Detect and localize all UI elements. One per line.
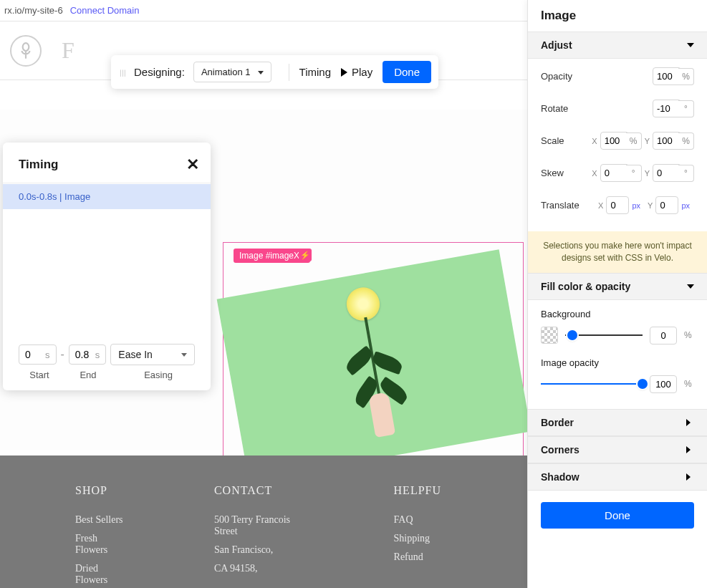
footer-link[interactable]: Best Sellers	[75, 514, 128, 526]
bolt-icon[interactable]: ⚡	[299, 249, 312, 261]
unit-percent: %	[684, 330, 694, 340]
start-time-input[interactable]: s	[19, 344, 57, 365]
close-icon[interactable]: ✕	[186, 155, 199, 174]
image-content	[217, 249, 527, 481]
dash: -	[61, 348, 64, 361]
skew-label: Skew	[541, 168, 589, 178]
play-label: Play	[352, 66, 372, 78]
skew-x-input[interactable]	[600, 164, 629, 182]
footer-heading: HELPFU	[394, 484, 441, 497]
start-value[interactable]	[25, 349, 44, 360]
timing-inputs: s - s Ease In	[19, 344, 195, 365]
connect-domain-link[interactable]: Connect Domain	[70, 5, 140, 16]
unit-px[interactable]: px	[632, 201, 640, 210]
sidebar-done-button[interactable]: Done	[541, 502, 694, 529]
timing-keyframe-item[interactable]: 0.0s-0.8s | Image	[3, 184, 211, 209]
footer-link[interactable]: Fresh Flowers	[75, 533, 128, 556]
section-label: Adjust	[541, 39, 572, 51]
axis-x: X	[592, 169, 597, 178]
unit-percent: %	[626, 132, 642, 150]
opacity-row: Opacity %	[541, 67, 694, 85]
background-slider-row: Background %	[541, 309, 694, 344]
easing-label: Easing	[122, 370, 195, 380]
unit-percent: %	[678, 68, 694, 85]
section-fill[interactable]: Fill color & opacity	[528, 273, 707, 300]
section-label: Shadow	[541, 471, 579, 483]
background-value[interactable]	[650, 327, 677, 344]
section-adjust[interactable]: Adjust	[528, 32, 707, 59]
rotate-input[interactable]	[653, 100, 681, 117]
footer-heading: SHOP	[75, 484, 128, 497]
grip-icon[interactable]: ⫼	[118, 67, 128, 78]
checker-swatch[interactable]	[541, 327, 558, 344]
site-footer: SHOP Best Sellers Fresh Flowers Dried Fl…	[0, 456, 527, 588]
background-slider[interactable]	[565, 334, 643, 336]
easing-select[interactable]: Ease In	[110, 344, 195, 365]
section-border[interactable]: Border	[528, 409, 707, 436]
scale-x-input[interactable]	[600, 132, 629, 150]
scale-row: Scale X % Y %	[541, 132, 694, 150]
timing-panel: Timing ✕ 0.0s-0.8s | Image s - s Ease In…	[3, 143, 211, 390]
end-value[interactable]	[75, 349, 94, 360]
timing-panel-title: Timing	[19, 158, 58, 172]
footer-heading: CONTACT	[214, 484, 308, 497]
site-logo[interactable]	[10, 35, 42, 67]
skew-y-input[interactable]	[653, 164, 681, 182]
rotate-row: Rotate °	[541, 100, 694, 117]
unit-percent: %	[678, 132, 694, 150]
image-element[interactable]: Image #imageX1 ⚡	[223, 242, 524, 470]
site-url: rx.io/my-site-6	[4, 5, 63, 16]
translate-row: Translate X px Y px	[541, 196, 694, 214]
logo-letter: F	[62, 37, 74, 64]
start-label: Start	[19, 370, 60, 380]
separator	[289, 64, 289, 81]
done-section: Done	[528, 491, 707, 540]
footer-col-shop: SHOP Best Sellers Fresh Flowers Dried Fl…	[75, 484, 128, 588]
footer-link[interactable]: Shipping	[394, 533, 441, 544]
unit-s: s	[95, 350, 100, 360]
unit-deg: °	[678, 165, 694, 182]
translate-x-input[interactable]	[606, 196, 629, 214]
timing-button[interactable]: Timing	[299, 66, 331, 78]
animation-select[interactable]: Animation 1	[193, 62, 271, 82]
unit-deg: °	[678, 100, 694, 117]
scale-label: Scale	[541, 135, 589, 146]
opacity-label: Opacity	[541, 71, 653, 82]
unit-px[interactable]: px	[681, 201, 690, 210]
footer-text: San Francisco,	[214, 544, 308, 556]
footer-link[interactable]: Refund	[394, 551, 441, 563]
axis-y: Y	[648, 201, 653, 210]
velo-warning: Selections you make here won't impact de…	[528, 231, 707, 273]
image-opacity-row: Image opacity %	[541, 357, 694, 393]
section-corners[interactable]: Corners	[528, 436, 707, 463]
background-label: Background	[541, 309, 694, 319]
translate-y-input[interactable]	[655, 196, 678, 214]
opacity-input[interactable]	[653, 67, 681, 85]
unit-deg: °	[626, 165, 642, 182]
timing-panel-header: Timing ✕	[3, 143, 211, 183]
skew-row: Skew X ° Y °	[541, 164, 694, 182]
designing-label: Designing:	[134, 66, 185, 78]
slider-thumb[interactable]	[638, 379, 648, 389]
footer-text: CA 94158,	[214, 563, 308, 574]
done-button[interactable]: Done	[383, 61, 431, 83]
axis-x: X	[592, 137, 597, 145]
scale-y-input[interactable]	[653, 132, 681, 150]
footer-text: 500 Terry Francois Street	[214, 514, 308, 537]
end-label: End	[66, 370, 110, 380]
footer-link[interactable]: Dried Flowers	[75, 563, 128, 586]
section-label: Corners	[541, 444, 579, 456]
play-button[interactable]: Play	[341, 66, 372, 78]
design-toolbar: ⫼ Designing: Animation 1 Timing Play Don…	[111, 55, 438, 89]
rotate-label: Rotate	[541, 103, 653, 114]
section-shadow[interactable]: Shadow	[528, 463, 707, 491]
flower-graphic	[325, 281, 423, 449]
flower-icon	[16, 42, 35, 60]
footer-col-help: HELPFU FAQ Shipping Refund	[394, 484, 441, 588]
image-opacity-slider[interactable]	[541, 383, 643, 385]
footer-link[interactable]: FAQ	[394, 514, 441, 526]
slider-thumb[interactable]	[567, 330, 577, 340]
image-opacity-value[interactable]	[650, 375, 677, 393]
unit-s: s	[45, 350, 50, 360]
end-time-input[interactable]: s	[69, 344, 107, 365]
